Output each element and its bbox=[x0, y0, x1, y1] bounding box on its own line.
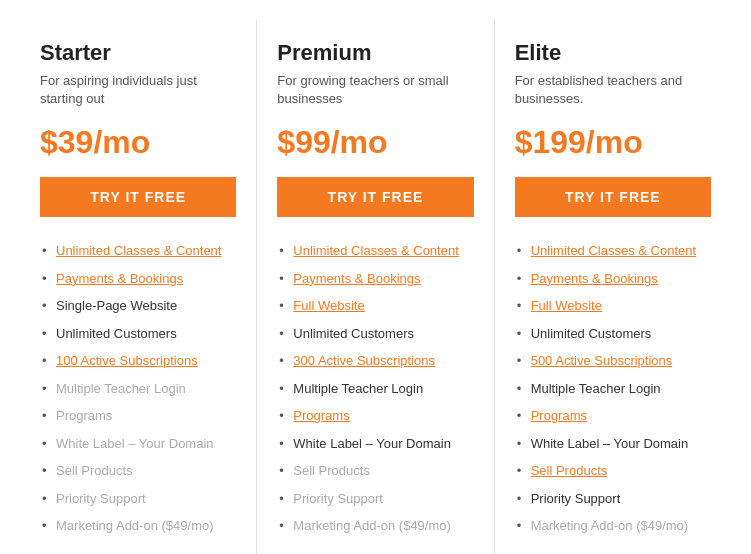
plan-elite-price: $199/mo bbox=[515, 124, 711, 161]
plan-starter-feature-7: White Label – Your Domain bbox=[40, 430, 236, 458]
plan-starter-feature-link-4[interactable]: 100 Active Subscriptions bbox=[56, 353, 198, 368]
plan-starter-feature-5: Multiple Teacher Login bbox=[40, 375, 236, 403]
plan-elite-features-list: Unlimited Classes & ContentPayments & Bo… bbox=[515, 237, 711, 540]
plan-starter-feature-1[interactable]: Payments & Bookings bbox=[40, 265, 236, 293]
plan-premium-description: For growing teachers or small businesses bbox=[277, 72, 473, 108]
plan-elite: EliteFor established teachers and busine… bbox=[495, 20, 731, 554]
plan-premium-feature-0[interactable]: Unlimited Classes & Content bbox=[277, 237, 473, 265]
plan-premium-feature-2[interactable]: Full Website bbox=[277, 292, 473, 320]
plan-elite-feature-link-0[interactable]: Unlimited Classes & Content bbox=[531, 243, 696, 258]
plan-premium-feature-link-1[interactable]: Payments & Bookings bbox=[293, 271, 420, 286]
plan-starter: StarterFor aspiring individuals just sta… bbox=[20, 20, 257, 554]
plan-starter-feature-6: Programs bbox=[40, 402, 236, 430]
plan-premium-feature-1[interactable]: Payments & Bookings bbox=[277, 265, 473, 293]
plan-premium-feature-5: Multiple Teacher Login bbox=[277, 375, 473, 403]
plan-starter-feature-8: Sell Products bbox=[40, 457, 236, 485]
plan-premium-feature-8: Sell Products bbox=[277, 457, 473, 485]
plan-premium-feature-link-0[interactable]: Unlimited Classes & Content bbox=[293, 243, 458, 258]
plan-elite-feature-link-6[interactable]: Programs bbox=[531, 408, 587, 423]
plan-premium-feature-link-2[interactable]: Full Website bbox=[293, 298, 364, 313]
plan-elite-feature-3: Unlimited Customers bbox=[515, 320, 711, 348]
plan-starter-feature-3: Unlimited Customers bbox=[40, 320, 236, 348]
plan-starter-feature-link-0[interactable]: Unlimited Classes & Content bbox=[56, 243, 221, 258]
plan-starter-feature-9: Priority Support bbox=[40, 485, 236, 513]
plan-elite-feature-2[interactable]: Full Website bbox=[515, 292, 711, 320]
plan-elite-feature-9: Priority Support bbox=[515, 485, 711, 513]
plan-elite-feature-10: Marketing Add-on ($49/mo) bbox=[515, 512, 711, 540]
plan-premium-feature-7: White Label – Your Domain bbox=[277, 430, 473, 458]
plan-elite-feature-4[interactable]: 500 Active Subscriptions bbox=[515, 347, 711, 375]
plan-starter-name: Starter bbox=[40, 40, 236, 66]
plan-premium-name: Premium bbox=[277, 40, 473, 66]
plan-premium-feature-link-6[interactable]: Programs bbox=[293, 408, 349, 423]
plan-starter-feature-0[interactable]: Unlimited Classes & Content bbox=[40, 237, 236, 265]
plan-starter-price: $39/mo bbox=[40, 124, 236, 161]
pricing-container: StarterFor aspiring individuals just sta… bbox=[20, 20, 731, 554]
plan-starter-description: For aspiring individuals just starting o… bbox=[40, 72, 236, 108]
plan-premium-feature-6[interactable]: Programs bbox=[277, 402, 473, 430]
plan-premium-feature-4[interactable]: 300 Active Subscriptions bbox=[277, 347, 473, 375]
plan-starter-try-button[interactable]: TRY IT FREE bbox=[40, 177, 236, 217]
plan-elite-feature-6[interactable]: Programs bbox=[515, 402, 711, 430]
plan-starter-feature-link-1[interactable]: Payments & Bookings bbox=[56, 271, 183, 286]
plan-premium-features-list: Unlimited Classes & ContentPayments & Bo… bbox=[277, 237, 473, 540]
plan-premium-try-button[interactable]: TRY IT FREE bbox=[277, 177, 473, 217]
plan-starter-feature-4[interactable]: 100 Active Subscriptions bbox=[40, 347, 236, 375]
plan-premium-feature-link-4[interactable]: 300 Active Subscriptions bbox=[293, 353, 435, 368]
plan-elite-try-button[interactable]: TRY IT FREE bbox=[515, 177, 711, 217]
plan-elite-feature-link-1[interactable]: Payments & Bookings bbox=[531, 271, 658, 286]
plan-premium: PremiumFor growing teachers or small bus… bbox=[257, 20, 494, 554]
plan-elite-feature-7: White Label – Your Domain bbox=[515, 430, 711, 458]
plan-premium-feature-3: Unlimited Customers bbox=[277, 320, 473, 348]
plan-premium-feature-10: Marketing Add-on ($49/mo) bbox=[277, 512, 473, 540]
plan-starter-features-list: Unlimited Classes & ContentPayments & Bo… bbox=[40, 237, 236, 540]
plan-elite-feature-link-8[interactable]: Sell Products bbox=[531, 463, 608, 478]
plan-elite-description: For established teachers and businesses. bbox=[515, 72, 711, 108]
plan-starter-feature-10: Marketing Add-on ($49/mo) bbox=[40, 512, 236, 540]
plan-starter-feature-2: Single-Page Website bbox=[40, 292, 236, 320]
plan-elite-feature-link-2[interactable]: Full Website bbox=[531, 298, 602, 313]
plan-premium-price: $99/mo bbox=[277, 124, 473, 161]
plan-elite-feature-0[interactable]: Unlimited Classes & Content bbox=[515, 237, 711, 265]
plan-premium-feature-9: Priority Support bbox=[277, 485, 473, 513]
plan-elite-feature-link-4[interactable]: 500 Active Subscriptions bbox=[531, 353, 673, 368]
plan-elite-feature-1[interactable]: Payments & Bookings bbox=[515, 265, 711, 293]
plan-elite-feature-5: Multiple Teacher Login bbox=[515, 375, 711, 403]
plan-elite-name: Elite bbox=[515, 40, 711, 66]
plan-elite-feature-8[interactable]: Sell Products bbox=[515, 457, 711, 485]
